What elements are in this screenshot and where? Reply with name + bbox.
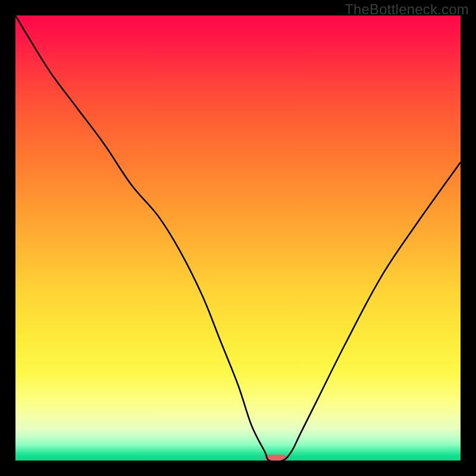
bottleneck-curve (15, 15, 461, 461)
chart-frame: TheBottleneck.com (0, 0, 476, 476)
plot-area (15, 15, 461, 461)
watermark-text: TheBottleneck.com (345, 1, 469, 18)
curve-path (15, 15, 461, 461)
